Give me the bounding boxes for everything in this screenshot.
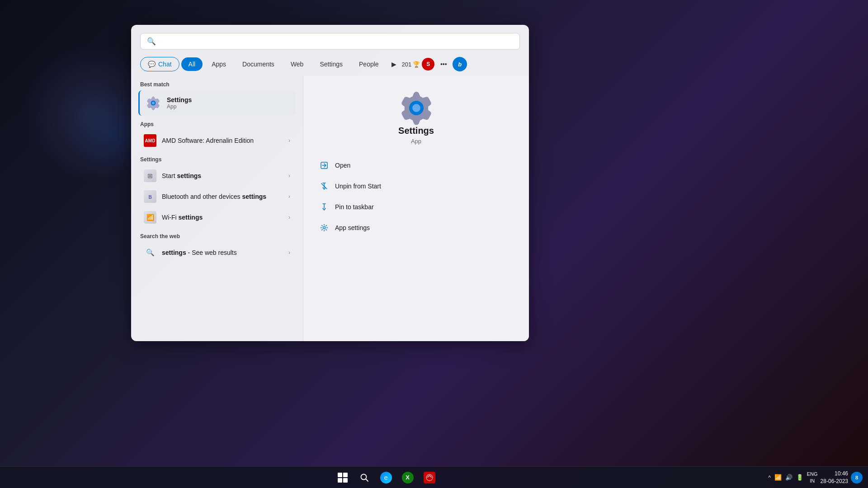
wifi-tray-icon: 📶	[774, 473, 783, 482]
bluetooth-icon-wrap: ʙ	[144, 190, 156, 203]
unpin-start-label: Unpin from Start	[335, 183, 381, 190]
search-magnifier-icon: 🔍	[147, 37, 156, 46]
start-settings-icon-wrap: ⊞	[144, 169, 156, 182]
best-match-label: Best match	[138, 76, 296, 90]
taskbar-search-button[interactable]	[355, 469, 373, 487]
tab-all-label: All	[189, 61, 196, 68]
right-panel-actions: Open Unpin from Start	[312, 155, 520, 238]
bluetooth-settings-label: Bluetooth and other devices settings	[162, 193, 283, 200]
more-options-button[interactable]: •••	[436, 57, 451, 71]
wifi-signal-icon: 📶	[146, 214, 154, 221]
chat-tab-icon: 💬	[148, 61, 156, 68]
web-search-chevron-icon: ›	[288, 249, 290, 256]
bluetooth-icon: ʙ	[144, 190, 156, 203]
bing-button[interactable]: b	[453, 57, 467, 71]
wifi-icon: 📶	[144, 211, 156, 224]
battery-tray-icon: 🔋	[795, 473, 804, 482]
start-settings-icon: ⊞	[144, 169, 156, 182]
action-open[interactable]: Open	[312, 155, 520, 175]
tab-apps[interactable]: Apps	[204, 57, 233, 71]
right-panel-app-icon	[398, 89, 434, 126]
left-panel: Best match Settings App Apps	[131, 76, 303, 341]
taskbar-edge-button[interactable]: e	[377, 469, 395, 487]
right-app-type: App	[411, 138, 421, 145]
windows-logo-icon	[338, 473, 348, 483]
svg-line-9	[366, 479, 368, 481]
right-app-name: Settings	[398, 126, 434, 136]
start-settings-label: Start settings	[162, 172, 283, 179]
pin-taskbar-label: Pin to taskbar	[335, 203, 374, 211]
open-icon	[319, 160, 330, 171]
taskbar: e X ^ 📶 🔊 🔋 ENG IN 10:4	[0, 466, 868, 488]
tab-documents-label: Documents	[242, 61, 274, 68]
app-settings-icon	[319, 222, 330, 233]
wifi-settings-item[interactable]: 📶 Wi-Fi settings ›	[138, 207, 296, 228]
app-settings-label: App settings	[335, 224, 370, 231]
svg-point-4	[412, 104, 420, 112]
clock-time: 10:46	[821, 470, 848, 478]
search-bar-area: 🔍 settings	[131, 25, 529, 55]
best-match-name: Settings	[167, 96, 290, 103]
apps-section-label: Apps	[138, 116, 296, 130]
taskbar-center: e X	[334, 469, 439, 487]
clock-display[interactable]: 10:46 28-06-2023	[821, 470, 848, 485]
play-icon: ▶	[392, 61, 396, 68]
bluetooth-settings-item[interactable]: ʙ Bluetooth and other devices settings ›	[138, 186, 296, 207]
tab-all[interactable]: All	[181, 57, 203, 71]
best-match-settings[interactable]: Settings App	[138, 90, 296, 116]
clock-date: 28-06-2023	[821, 478, 848, 485]
amd-icon: AMD	[144, 134, 156, 147]
tab-people-label: People	[359, 61, 379, 68]
volume-tray-icon: 🔊	[784, 473, 793, 482]
search-input[interactable]: settings	[160, 38, 513, 46]
tab-video[interactable]: ▶	[388, 57, 400, 71]
start-icon: ⊞	[147, 172, 153, 179]
svg-point-7	[323, 227, 326, 229]
filter-tabs: 💬 Chat All Apps Documents Web Settings P…	[131, 55, 529, 76]
tab-documents[interactable]: Documents	[235, 57, 282, 71]
action-pin-taskbar[interactable]: Pin to taskbar	[312, 197, 520, 217]
settings-icon-wrap	[145, 95, 161, 111]
settings-gear-icon	[146, 96, 160, 110]
amd-app-label: AMD Software: Adrenalin Edition	[162, 137, 283, 144]
xbox-icon: X	[402, 472, 414, 483]
tab-chat-label: Chat	[158, 61, 172, 68]
web-search-icon: 🔍	[144, 246, 156, 259]
web-search-section-label: Search the web	[138, 228, 296, 242]
tab-settings-label: Settings	[320, 61, 343, 68]
language-indicator[interactable]: ENG IN	[807, 471, 818, 484]
trophy-icon: 🏆	[413, 61, 420, 68]
tab-settings[interactable]: Settings	[312, 57, 350, 71]
unpin-icon	[319, 181, 330, 192]
svg-point-10	[426, 474, 433, 481]
tab-chat[interactable]: 💬 Chat	[140, 57, 179, 71]
taskbar-app-icon	[424, 472, 435, 483]
wifi-settings-label: Wi-Fi settings	[162, 214, 283, 221]
tab-apps-label: Apps	[212, 61, 226, 68]
start-button[interactable]	[334, 469, 352, 487]
amd-app-item[interactable]: AMD AMD Software: Adrenalin Edition ›	[138, 130, 296, 151]
web-search-query-label: settings - See web results	[162, 249, 283, 256]
search-input-wrap: 🔍 settings	[140, 33, 520, 50]
taskbar-xbox-button[interactable]: X	[399, 469, 417, 487]
web-search-item[interactable]: 🔍 settings - See web results ›	[138, 242, 296, 263]
pin-icon	[319, 202, 330, 212]
tab-people[interactable]: People	[352, 57, 386, 71]
tab-web-label: Web	[291, 61, 304, 68]
points-badge: 201 🏆	[402, 61, 420, 68]
right-panel-gear-icon	[398, 89, 434, 126]
start-settings-chevron-icon: ›	[288, 173, 290, 179]
notification-badge[interactable]: 8	[851, 472, 863, 483]
user-avatar[interactable]: S	[422, 58, 434, 70]
settings-section-label: Settings	[138, 151, 296, 165]
taskbar-app-button[interactable]	[420, 469, 439, 487]
tab-web[interactable]: Web	[283, 57, 311, 71]
search-panel: 🔍 settings 💬 Chat All Apps Documents Web…	[131, 25, 529, 341]
system-tray: 📶 🔊 🔋	[774, 473, 804, 482]
action-unpin-start[interactable]: Unpin from Start	[312, 176, 520, 196]
start-settings-item[interactable]: ⊞ Start settings ›	[138, 165, 296, 186]
action-app-settings[interactable]: App settings	[312, 218, 520, 238]
show-hidden-icons-button[interactable]: ^	[768, 474, 771, 481]
edge-icon: e	[380, 472, 392, 483]
wifi-chevron-icon: ›	[288, 214, 290, 221]
